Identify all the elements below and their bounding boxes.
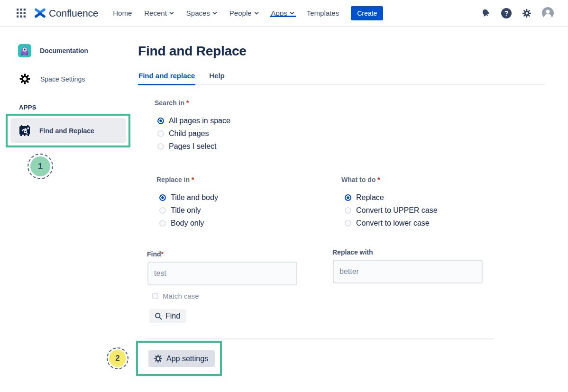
radio-icon[interactable] — [159, 220, 166, 227]
bell-icon — [479, 6, 493, 20]
radio-icon[interactable] — [157, 143, 164, 150]
radio-label: Body only — [171, 219, 204, 228]
primary-nav: Home Recent Spaces People Apps — [107, 9, 345, 17]
chevron-down-icon — [169, 11, 174, 15]
radio-replace[interactable]: Replace — [345, 192, 384, 203]
sidebar-item-find-and-replace[interactable]: Find and Replace — [10, 118, 126, 143]
radio-icon[interactable] — [159, 207, 166, 214]
find-input[interactable] — [147, 262, 297, 285]
radio-label: Title and body — [171, 193, 218, 202]
radio-body-only[interactable]: Body only — [159, 218, 204, 228]
find-button[interactable]: Find — [149, 309, 186, 323]
replace-with-label: Replace with — [332, 248, 373, 256]
sidebar-item-space-settings[interactable]: Space Settings — [19, 73, 85, 85]
find-label: Find* — [147, 250, 164, 258]
radio-icon[interactable] — [345, 220, 351, 227]
nav-item-recent[interactable]: Recent — [138, 9, 180, 17]
replace-with-input[interactable] — [333, 260, 483, 283]
create-button[interactable]: Create — [351, 6, 383, 20]
sidebar-item-label: Documentation — [40, 47, 88, 55]
app-settings-button[interactable]: App settings — [148, 350, 215, 367]
radio-child-pages[interactable]: Child pages — [157, 128, 209, 139]
sidebar-item-documentation[interactable]: Documentation — [18, 44, 88, 57]
nav-label: Spaces — [186, 9, 210, 17]
radio-selected-icon[interactable] — [157, 118, 164, 124]
sidebar-item-label: Find and Replace — [39, 127, 94, 135]
radio-selected-icon[interactable] — [345, 194, 351, 201]
logo-wordmark: Confluence — [49, 8, 98, 19]
nav-item-templates[interactable]: Templates — [301, 9, 345, 17]
nav-label: People — [229, 9, 252, 17]
radio-selected-icon[interactable] — [159, 194, 166, 201]
confluence-mark-icon — [34, 8, 46, 18]
header-right: ? — [481, 0, 554, 26]
radio-convert-upper[interactable]: Convert to UPPER case — [345, 205, 438, 216]
gear-icon — [522, 8, 532, 18]
annotation-step-number: 1 — [30, 156, 50, 176]
radio-label: Pages I select — [169, 142, 217, 151]
confluence-page: Confluence Home Recent Spaces People — [0, 0, 568, 392]
tab-find-and-replace[interactable]: Find and replace — [138, 71, 195, 85]
nav-label: Home — [113, 9, 132, 17]
radio-convert-lower[interactable]: Convert to lower case — [345, 218, 430, 228]
radio-label: Convert to lower case — [356, 219, 430, 228]
header-left: Confluence Home Recent Spaces People — [13, 0, 383, 26]
radio-label: All pages in space — [169, 117, 230, 125]
radio-title-and-body[interactable]: Title and body — [159, 192, 218, 203]
radio-label: Replace — [356, 193, 384, 202]
radio-title-only[interactable]: Title only — [159, 205, 201, 216]
checkbox-label: Match case — [163, 292, 199, 300]
notifications-button[interactable] — [481, 8, 491, 18]
required-asterisk: * — [377, 176, 380, 183]
button-label: Find — [165, 312, 180, 320]
tab-bar: Find and replace Help — [138, 71, 545, 85]
page-title: Find and Replace — [138, 44, 247, 59]
help-button[interactable]: ? — [501, 8, 512, 18]
section-divider — [147, 338, 494, 339]
nav-item-home[interactable]: Home — [107, 9, 138, 17]
radio-pages-i-select[interactable]: Pages I select — [157, 141, 217, 152]
label-text: Replace in — [156, 176, 192, 183]
radio-label: Child pages — [169, 129, 209, 138]
nav-label: Templates — [307, 9, 339, 17]
radio-all-pages-in-space[interactable]: All pages in space — [157, 116, 230, 126]
label-text: Find — [147, 250, 161, 258]
nav-item-people[interactable]: People — [223, 9, 265, 17]
nav-label: Recent — [144, 9, 167, 17]
replace-in-label: Replace in * — [156, 176, 194, 183]
label-text: What to do — [341, 176, 377, 183]
profile-button[interactable] — [542, 7, 554, 19]
match-case-option[interactable]: Match case — [152, 292, 199, 300]
radio-icon[interactable] — [157, 130, 164, 137]
annotation-step-2: 2 — [107, 347, 128, 369]
checkbox-icon[interactable] — [152, 293, 158, 299]
nav-item-apps[interactable]: Apps — [265, 9, 301, 17]
space-monster-icon — [18, 44, 31, 57]
radio-icon[interactable] — [345, 207, 351, 214]
what-to-do-label: What to do * — [341, 176, 380, 183]
sidebar-section-apps: APPS — [19, 104, 37, 111]
grid-icon — [17, 9, 26, 18]
required-asterisk: * — [161, 250, 164, 258]
chevron-down-icon — [212, 11, 217, 15]
label-text: Replace with — [332, 248, 373, 256]
settings-button[interactable] — [522, 8, 532, 18]
required-asterisk: * — [192, 176, 194, 183]
confluence-logo[interactable]: Confluence — [34, 8, 98, 19]
tab-help[interactable]: Help — [209, 71, 225, 85]
chevron-down-icon — [290, 11, 294, 15]
chevron-down-icon — [254, 11, 259, 15]
radio-label: Convert to UPPER case — [356, 206, 438, 215]
gear-icon — [19, 73, 31, 85]
sidebar-item-label: Space Settings — [40, 75, 85, 83]
search-icon — [155, 312, 162, 320]
app-switcher-icon[interactable] — [13, 6, 28, 21]
search-in-label: Search in * — [155, 99, 189, 107]
find-replace-app-icon — [18, 124, 32, 138]
nav-item-spaces[interactable]: Spaces — [180, 9, 223, 17]
button-label: App settings — [166, 355, 208, 363]
annotation-step-1: 1 — [27, 154, 53, 179]
annotation-step-number: 2 — [109, 350, 126, 367]
label-text: Search in — [155, 99, 186, 107]
help-icon: ? — [501, 8, 512, 18]
